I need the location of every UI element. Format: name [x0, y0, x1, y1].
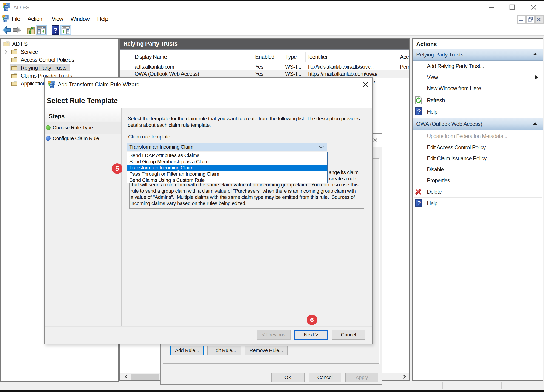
- svg-text:?: ?: [417, 108, 421, 115]
- svg-text:?: ?: [417, 200, 421, 207]
- svg-text:?: ?: [53, 26, 57, 34]
